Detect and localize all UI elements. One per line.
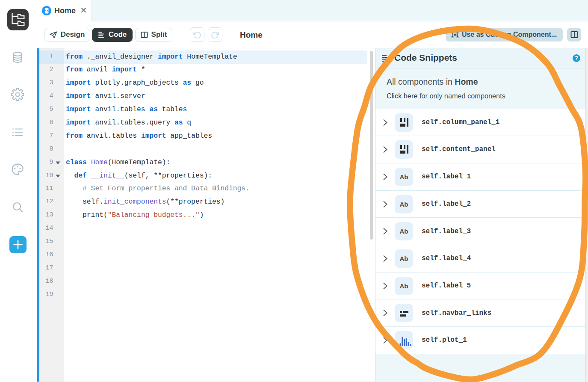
svg-text:Ab: Ab — [400, 228, 408, 235]
svg-text:Ab: Ab — [400, 282, 408, 290]
svg-text:Ab: Ab — [400, 201, 408, 208]
svg-text:Ab: Ab — [400, 255, 408, 262]
svg-text:Ab: Ab — [400, 173, 408, 181]
